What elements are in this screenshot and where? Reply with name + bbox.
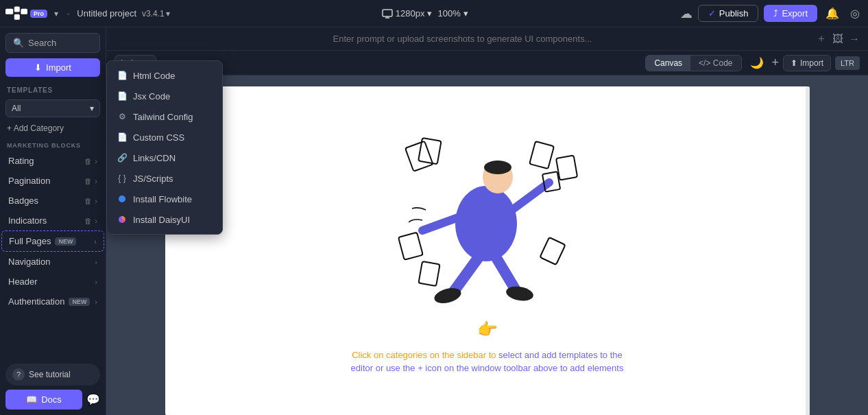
new-badge: NEW <box>69 298 90 306</box>
svg-rect-7 <box>529 141 554 169</box>
canvas-toggle-button[interactable]: Canvas <box>646 56 690 71</box>
dark-mode-toggle-button[interactable]: 🌙 <box>746 56 768 69</box>
docs-button[interactable]: 📖 Docs <box>5 390 82 410</box>
add-prompt-button[interactable]: ＋ <box>816 32 827 46</box>
topbar-right: ☁ ✓ Publish ⤴ Export 🔔 ◎ <box>680 5 863 22</box>
menu-chevron-button[interactable]: ▾ <box>53 8 60 20</box>
import-icon: ⬆ <box>791 58 797 68</box>
dropdown-item-install-daisy[interactable]: Install DaisyUI <box>107 209 222 230</box>
canvas-scrollbar[interactable] <box>806 86 810 415</box>
question-icon: ? <box>12 368 25 381</box>
tutorial-button[interactable]: ? See tutorial <box>5 364 100 386</box>
svg-rect-2 <box>21 8 27 14</box>
canvas: 👉 Click on categories on the sidebar to … <box>165 86 810 415</box>
sidebar-item-pagination[interactable]: Pagination 🗑 › <box>1 171 104 191</box>
chat-button[interactable]: 💬 <box>86 393 100 406</box>
dropdown-item-label: JS/Scripts <box>133 174 173 184</box>
svg-point-12 <box>455 186 517 261</box>
templates-section-label: TEMPLATES <box>0 84 106 97</box>
sidebar-item-indicators[interactable]: Indicators 🗑 › <box>1 211 104 230</box>
svg-rect-3 <box>14 14 20 19</box>
hint-arrow-icon: 👉 <box>477 320 498 339</box>
sidebar-item-navigation[interactable]: Navigation › <box>1 252 104 272</box>
search-label: Search <box>28 38 56 48</box>
zoom-selector-button[interactable]: 100% ▾ <box>437 8 468 19</box>
sidebar-item-full-pages[interactable]: Full Pages NEW › <box>1 230 104 252</box>
prompt-bar: ＋ 🖼 → <box>106 27 868 51</box>
code-toggle-button[interactable]: </> Code <box>690 56 740 71</box>
sidebar-item-label: Indicators <box>8 215 47 226</box>
sidebar-item-label: Rating <box>8 156 34 166</box>
chevron-right-icon: › <box>95 258 97 266</box>
add-category-button[interactable]: + Add Category <box>0 120 106 137</box>
import-button[interactable]: ⬇ Import <box>5 58 100 77</box>
sidebar-item-header[interactable]: Header › <box>1 272 104 292</box>
code-icon: { } <box>117 173 128 184</box>
dropdown-item-js-scripts[interactable]: { } JS/Scripts <box>107 168 222 189</box>
topbar-center: 1280px ▾ 100% ▾ <box>176 8 675 19</box>
import-label: Import <box>46 62 71 73</box>
svg-rect-6 <box>418 138 441 164</box>
canvas-code-toggle: Canvas </> Code <box>645 55 741 71</box>
dropdown-item-label: Tailwind Config <box>133 112 193 122</box>
notifications-button[interactable]: 🔔 <box>823 7 842 20</box>
svg-point-14 <box>484 161 511 174</box>
device-selector-button[interactable]: 1280px ▾ <box>382 8 433 19</box>
svg-line-16 <box>512 182 549 210</box>
category-selector[interactable]: All ▾ <box>5 99 100 117</box>
dropdown-item-links-cdn[interactable]: 🔗 Links/CDN <box>107 147 222 168</box>
dropdown-item-tailwind-config[interactable]: ⚙ Tailwind Config <box>107 106 222 127</box>
chevron-right-icon: › <box>95 217 97 225</box>
add-tab-button[interactable]: + <box>772 56 780 70</box>
cloud-button[interactable]: ☁ <box>680 6 692 21</box>
sidebar-item-authentication[interactable]: Authentication NEW › <box>1 292 104 311</box>
prompt-input[interactable] <box>114 34 810 44</box>
sidebar-item-label: Badges <box>8 195 38 206</box>
logo: Pro <box>5 6 47 21</box>
dropdown-item-label: Install Flowbite <box>133 194 192 204</box>
add-category-label: + Add Category <box>7 123 64 133</box>
dropdown-item-custom-css[interactable]: 📄 Custom CSS <box>107 127 222 147</box>
book-icon: 📖 <box>26 394 37 405</box>
import-tab-label: Import <box>800 58 823 68</box>
user-button[interactable]: ◎ <box>847 7 863 20</box>
category-chevron-icon: ▾ <box>90 104 94 113</box>
svg-line-19 <box>494 254 515 289</box>
monitor-icon <box>382 9 393 19</box>
dropdown-item-jsx-code[interactable]: 📄 Jsx Code <box>107 86 222 106</box>
gear-icon: ⚙ <box>117 111 128 122</box>
send-button[interactable]: → <box>849 33 860 45</box>
chevron-right-icon: › <box>95 177 97 185</box>
version-button[interactable]: v3.4.1 ▾ <box>142 9 170 19</box>
export-button[interactable]: ⤴ Export <box>764 5 817 22</box>
svg-rect-4 <box>383 10 392 16</box>
canvas-illustration <box>385 128 590 320</box>
publish-label: Publish <box>719 8 749 19</box>
svg-rect-9 <box>540 237 565 265</box>
sidebar-item-badges[interactable]: Badges 🗑 › <box>1 191 104 211</box>
svg-line-15 <box>422 217 460 230</box>
dropdown-item-html-code[interactable]: 📄 Html Code <box>107 65 222 86</box>
search-button[interactable]: 🔍 Search <box>5 33 100 53</box>
dropdown-item-label: Html Code <box>133 71 175 81</box>
dropdown-item-install-flowbite[interactable]: Install Flowbite <box>107 189 222 209</box>
sidebar-item-rating[interactable]: Rating 🗑 › <box>1 151 104 171</box>
link-icon: 🔗 <box>117 152 128 163</box>
svg-rect-11 <box>418 261 439 286</box>
chevron-right-icon: › <box>95 278 97 286</box>
import-tab-button[interactable]: ⬆ Import <box>783 55 831 71</box>
zoom-label: 100% <box>437 8 460 19</box>
code-brackets-icon: </> <box>699 58 710 68</box>
file-icon: 📄 <box>117 70 128 81</box>
marketing-blocks-label: MARKETING BLOCKS <box>0 137 106 151</box>
flowbite-icon <box>117 193 128 204</box>
ltr-button[interactable]: LTR <box>835 56 860 70</box>
pro-badge: Pro <box>30 10 47 18</box>
image-upload-button[interactable]: 🖼 <box>832 33 843 45</box>
dropdown-item-label: Links/CDN <box>133 153 176 163</box>
canvas-hint-text: Click on categories on the sidebar to se… <box>350 348 625 375</box>
import-dropdown-menu: 📄 Html Code 📄 Jsx Code ⚙ Tailwind Config… <box>106 60 223 235</box>
title-separator: - <box>67 8 70 20</box>
publish-button[interactable]: ✓ Publish <box>698 5 759 22</box>
sidebar-item-label: Pagination <box>8 176 50 186</box>
